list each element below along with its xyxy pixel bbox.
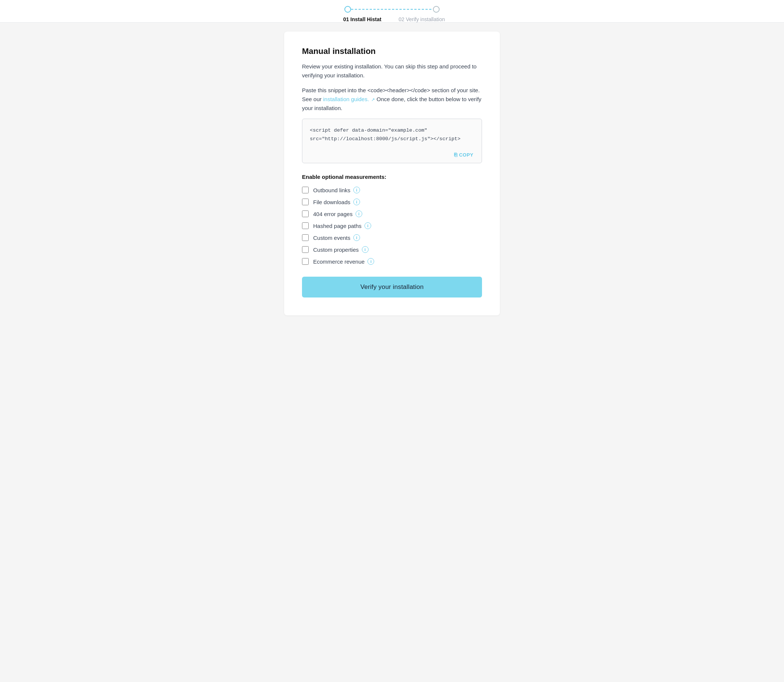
info-icon-404-error-pages[interactable]: i	[355, 210, 362, 217]
checkbox-label-custom-events: Custom events i	[313, 234, 360, 241]
checkbox-list: Outbound links iFile downloads i404 erro…	[302, 187, 482, 265]
checkbox-item-file-downloads: File downloads i	[302, 199, 482, 205]
checkbox-label-ecommerce-revenue: Ecommerce revenue i	[313, 258, 374, 265]
checkbox-item-custom-events: Custom events i	[302, 234, 482, 241]
info-icon-hashed-page-paths[interactable]: i	[365, 222, 371, 229]
checkbox-file-downloads[interactable]	[302, 199, 309, 205]
checkbox-hashed-page-paths[interactable]	[302, 222, 309, 229]
checkbox-label-outbound-links: Outbound links i	[313, 187, 360, 193]
stepper	[344, 6, 440, 13]
checkbox-item-outbound-links: Outbound links i	[302, 187, 482, 193]
checkbox-outbound-links[interactable]	[302, 187, 309, 193]
external-link-icon: ↗	[371, 96, 375, 104]
step-labels: 01 Install Histat 02 Verify installation	[333, 16, 451, 22]
main-content: Manual installation Review your existing…	[284, 32, 500, 316]
copy-icon: ⎘	[454, 152, 457, 158]
description-2: Paste this snippet into the <code><heade…	[302, 86, 482, 113]
info-icon-ecommerce-revenue[interactable]: i	[368, 258, 374, 265]
checkbox-item-custom-properties: Custom properties i	[302, 246, 482, 253]
code-snippet: <script defer data-domain="example.com" …	[310, 126, 474, 143]
copy-button[interactable]: ⎘ COPY	[451, 150, 476, 159]
info-icon-custom-properties[interactable]: i	[362, 246, 368, 253]
checkbox-ecommerce-revenue[interactable]	[302, 258, 309, 265]
info-icon-custom-events[interactable]: i	[353, 234, 360, 241]
optional-measurements-title: Enable optional measurements:	[302, 174, 482, 180]
checkbox-item-ecommerce-revenue: Ecommerce revenue i	[302, 258, 482, 265]
checkbox-label-404-error-pages: 404 error pages i	[313, 210, 362, 217]
description-1: Review your existing installation. You c…	[302, 62, 482, 80]
code-block: <script defer data-domain="example.com" …	[302, 119, 482, 163]
checkbox-custom-events[interactable]	[302, 234, 309, 241]
checkbox-custom-properties[interactable]	[302, 246, 309, 253]
page-title: Manual installation	[302, 46, 482, 56]
installation-guides-link[interactable]: installation guides. ↗	[323, 96, 377, 102]
top-bar: 01 Install Histat 02 Verify installation	[0, 0, 784, 23]
step-2-label: 02 Verify installation	[392, 16, 451, 22]
checkbox-label-hashed-page-paths: Hashed page paths i	[313, 222, 371, 229]
verify-installation-button[interactable]: Verify your installation	[302, 277, 482, 298]
info-icon-file-downloads[interactable]: i	[353, 199, 360, 205]
checkbox-item-hashed-page-paths: Hashed page paths i	[302, 222, 482, 229]
step-1-label: 01 Install Histat	[333, 16, 392, 22]
checkbox-label-file-downloads: File downloads i	[313, 199, 360, 205]
info-icon-outbound-links[interactable]: i	[353, 187, 360, 193]
step-line	[351, 9, 433, 10]
checkbox-404-error-pages[interactable]	[302, 210, 309, 217]
checkbox-item-404-error-pages: 404 error pages i	[302, 210, 482, 217]
step-1-circle	[344, 6, 351, 13]
checkbox-label-custom-properties: Custom properties i	[313, 246, 368, 253]
step-2-circle	[433, 6, 440, 13]
